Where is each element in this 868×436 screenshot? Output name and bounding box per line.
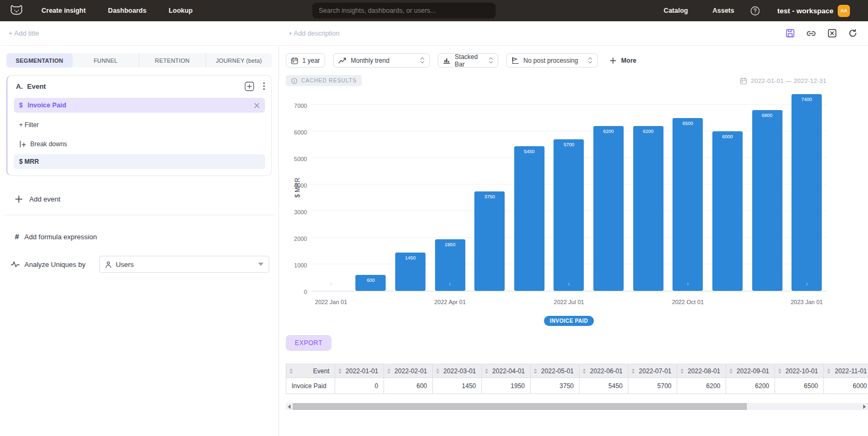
bar-value-label: 7400 [792,97,822,102]
column-header-label: 2022-07-01 [638,367,671,375]
nav-link-dashboards[interactable]: Dashboards [108,7,146,14]
chart-bar[interactable]: 6500 [673,118,703,291]
bar-value-label: 6200 [633,129,663,134]
copy-link-button[interactable] [806,29,816,38]
bar-chart-icon [443,57,450,64]
chart-bar[interactable]: 5700 [554,139,584,291]
nav-link-assets[interactable]: Assets [712,7,734,14]
y-axis-tick-label: 6000 [286,129,307,136]
bar-slot: 5450 [509,91,549,291]
clear-button[interactable] [828,29,837,38]
user-avatar[interactable]: AA [838,5,850,17]
selected-event-row[interactable]: $ Invoice Paid [14,98,265,113]
nav-link-create-insight[interactable]: Create insight [41,7,86,14]
post-processing-select[interactable]: No post processing [506,53,598,68]
column-header-label: 2022-01-01 [345,367,378,375]
tab-segmentation[interactable]: SEGMENTATION [6,53,73,68]
chart-bar[interactable]: 5450 [514,146,544,291]
hash-icon: # [15,232,19,241]
calendar-icon [291,57,298,64]
add-filter-button[interactable]: + Filter [19,121,271,129]
sort-icon[interactable] [338,368,342,374]
sort-icon[interactable] [290,368,293,374]
remove-event-button[interactable] [254,103,260,108]
event-name: Invoice Paid [28,102,66,109]
sort-icon[interactable] [827,368,830,374]
add-formula-button[interactable]: # Add formula expression [15,232,272,241]
bar-value-label: 1950 [435,242,465,247]
duplicate-group-button[interactable] [244,81,254,91]
y-axis-tick-label: 4000 [286,182,307,189]
horizontal-scrollbar[interactable] [286,403,868,410]
value-cell: 6500 [775,378,824,394]
add-event-button[interactable]: Add event [15,195,272,203]
export-button[interactable]: EXPORT [286,335,331,351]
sort-icon[interactable] [583,368,586,374]
sort-icon[interactable] [729,368,733,374]
chart-plot-area: 6001450195037505450570062006200650060006… [311,91,827,291]
chart-bar[interactable]: 600 [355,275,386,291]
column-header-event: Event [286,364,335,378]
add-description-button[interactable]: + Add description [279,30,786,37]
help-icon[interactable] [750,6,760,16]
search-input[interactable] [312,7,496,14]
nav-link-lookup[interactable]: Lookup [169,7,193,14]
workspace-switcher[interactable]: test - workspace [777,7,833,15]
global-search[interactable] [312,3,496,19]
save-icon [786,29,795,38]
column-header-2022-02-01: 2022-02-01 [384,364,433,378]
sort-icon[interactable] [632,368,635,374]
chart-bar[interactable]: 6000 [712,131,743,291]
x-axis-tick-label: 2022 Jan 01 [315,299,347,305]
sort-icon[interactable] [485,368,488,374]
sort-icon[interactable] [778,368,781,374]
x-axis-tick-label: 2023 Jan 01 [790,299,823,305]
column-header-label: 2022-06-01 [589,367,623,375]
chart-bar[interactable]: 6200 [593,126,624,291]
nav-link-catalog[interactable]: Catalog [663,7,688,14]
sidebar-divider [4,215,274,215]
scroll-left-arrow[interactable] [286,403,293,410]
event-group-title: Event [27,82,46,90]
column-header-label: 2022-05-01 [540,367,574,375]
sort-icon[interactable] [436,368,439,374]
chart-bar[interactable]: 1450 [395,253,426,291]
refresh-button[interactable] [848,29,857,38]
bar-slot: 7400 [787,91,827,291]
bar-slot: 3750 [470,91,509,291]
breakdown-property-row[interactable]: $ MRR [14,154,265,169]
column-header-label: 2022-08-01 [687,367,720,375]
select-chevrons-icon [588,57,592,64]
info-icon [291,78,297,84]
breakdowns-button[interactable]: Break downs [19,140,271,148]
calendar-icon [740,77,747,85]
tab-journey-beta[interactable]: JOURNEY (beta) [206,53,273,68]
trend-select[interactable]: Monthly trend [333,53,430,68]
add-title-button[interactable]: + Add title [0,29,279,37]
chart-type-select[interactable]: Stacked Bar [438,53,498,68]
legend-item[interactable]: INVOICE PAID [544,316,594,326]
navbar-right: CatalogAssets test - workspace AA [663,5,861,17]
date-range-button[interactable]: 1 year [286,53,325,68]
group-menu-button[interactable] [263,82,265,90]
sort-icon[interactable] [534,368,537,374]
sort-icon[interactable] [387,368,390,374]
sort-icon[interactable] [680,368,684,374]
chart-bar[interactable]: 3750 [474,191,505,291]
tab-funnel[interactable]: FUNNEL [73,53,139,68]
save-button[interactable] [786,29,795,38]
chart-bar[interactable]: 7400 [792,94,822,291]
analyze-by-select[interactable]: Users [99,256,269,273]
chart-bar[interactable]: 6800 [752,110,782,291]
scroll-right-arrow[interactable] [861,403,868,410]
column-header-2022-07-01: 2022-07-01 [628,364,677,378]
chart-bar[interactable]: 6200 [633,126,663,291]
tab-retention[interactable]: RETENTION [139,53,206,68]
app-logo-icon[interactable] [10,4,23,17]
more-options-button[interactable]: More [610,57,636,64]
column-header-2022-11-01: 2022-11-01 [824,364,868,378]
scrollbar-thumb[interactable] [293,403,747,410]
chart-controls: 1 year Monthly trend [286,46,868,68]
x-axis-tick-mark [450,283,450,286]
primary-nav: Create insightDashboardsLookup [41,7,193,14]
